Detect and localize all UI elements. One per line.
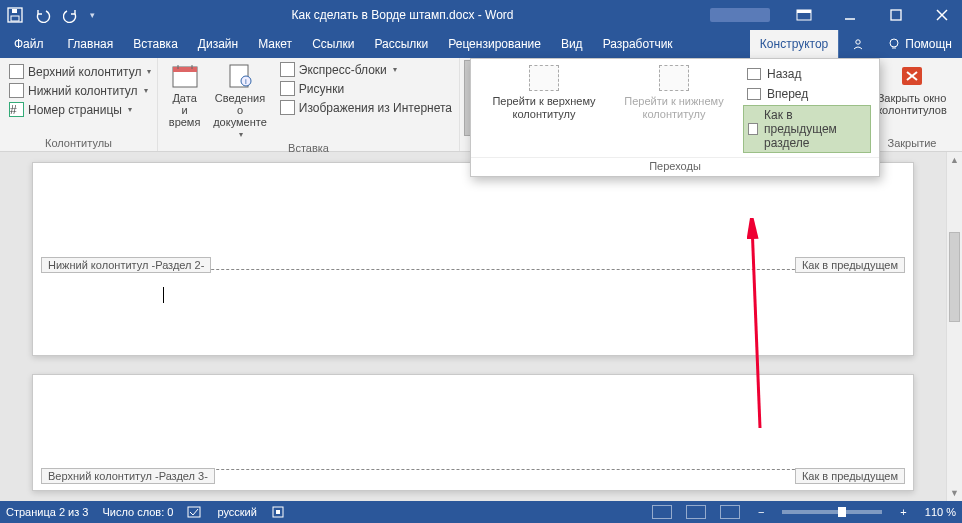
status-language[interactable]: русский (217, 506, 256, 518)
status-words[interactable]: Число слов: 0 (102, 506, 173, 518)
undo-icon[interactable] (34, 6, 52, 24)
chevron-down-icon: ▾ (239, 130, 243, 139)
tab-layout[interactable]: Макет (248, 30, 302, 58)
tab-review[interactable]: Рецензирование (438, 30, 551, 58)
zoom-level[interactable]: 110 % (925, 506, 956, 518)
docinfo-icon: i (224, 62, 256, 90)
transitions-dropdown: Перейти к верхнему колонтитулу Перейти к… (470, 58, 880, 177)
vertical-scrollbar[interactable]: ▲ ▼ (946, 152, 962, 501)
footer-button[interactable]: Нижний колонтитул▾ (6, 81, 154, 100)
chevron-down-icon: ▾ (393, 65, 397, 74)
header-tag: Верхний колонтитул -Раздел 3- (41, 468, 215, 484)
svg-point-9 (856, 40, 860, 44)
tab-insert[interactable]: Вставка (123, 30, 188, 58)
header-button[interactable]: Верхний колонтитул▾ (6, 62, 154, 81)
svg-rect-1 (11, 16, 19, 21)
link-to-previous-button[interactable]: Как в предыдущем разделе (743, 105, 871, 153)
svg-rect-13 (173, 67, 197, 72)
page-number-icon: # (9, 102, 24, 117)
tab-design[interactable]: Дизайн (188, 30, 248, 58)
go-to-header-button[interactable]: Перейти к верхнему колонтитулу (479, 65, 609, 153)
chevron-down-icon: ▾ (144, 86, 148, 95)
online-picture-icon (280, 100, 295, 115)
svg-rect-4 (797, 10, 811, 13)
footer-icon (9, 83, 24, 98)
picture-icon (280, 81, 295, 96)
document-scroll[interactable]: Нижний колонтитул -Раздел 2- Как в преды… (0, 152, 946, 501)
scroll-up-icon[interactable]: ▲ (947, 152, 962, 168)
svg-rect-2 (12, 9, 17, 13)
date-time-button[interactable]: Дата и время (162, 60, 207, 141)
close-icon[interactable] (928, 5, 956, 25)
share-button[interactable] (838, 30, 877, 58)
zoom-in-button[interactable]: + (896, 506, 910, 518)
view-web-icon[interactable] (720, 505, 740, 519)
zoom-out-button[interactable]: − (754, 506, 768, 518)
calendar-icon (169, 62, 201, 90)
zoom-thumb[interactable] (838, 507, 846, 517)
tell-me-label: Помощн (905, 37, 952, 51)
zoom-slider[interactable] (782, 510, 882, 514)
view-read-icon[interactable] (652, 505, 672, 519)
window-title: Как сделать в Ворде штамп.docx - Word (95, 8, 710, 22)
same-as-prev-tag: Как в предыдущем (795, 468, 905, 484)
scroll-thumb[interactable] (949, 232, 960, 322)
svg-rect-32 (276, 510, 280, 514)
tab-developer[interactable]: Разработчик (593, 30, 683, 58)
tab-constructor[interactable]: Конструктор (750, 30, 838, 58)
quick-access-toolbar: ▾ (6, 6, 95, 24)
lightbulb-icon (887, 37, 901, 51)
group-header-footer: Верхний колонтитул▾ Нижний колонтитул▾ #… (0, 58, 158, 151)
tab-references[interactable]: Ссылки (302, 30, 364, 58)
forward-icon (747, 88, 761, 100)
ribbon-options-icon[interactable] (790, 5, 818, 25)
go-to-footer-button: Перейти к нижнему колонтитулу (609, 65, 739, 153)
group-label: Колонтитулы (4, 136, 153, 151)
nav-back-button[interactable]: Назад (743, 65, 871, 83)
ribbon: Верхний колонтитул▾ Нижний колонтитул▾ #… (0, 58, 962, 152)
scroll-down-icon[interactable]: ▼ (947, 485, 962, 501)
header-nav-icon (529, 65, 559, 91)
close-red-icon (896, 62, 928, 90)
tab-mailings[interactable]: Рассылки (364, 30, 438, 58)
same-as-prev-tag: Как в предыдущем (795, 257, 905, 273)
save-icon[interactable] (6, 6, 24, 24)
tab-home[interactable]: Главная (58, 30, 124, 58)
chevron-down-icon: ▾ (128, 105, 132, 114)
user-account[interactable] (710, 8, 770, 22)
footer-tag: Нижний колонтитул -Раздел 2- (41, 257, 211, 273)
spellcheck-icon[interactable] (187, 505, 203, 519)
online-pictures-button[interactable]: Изображения из Интернета (277, 98, 455, 117)
document-workspace: Нижний колонтитул -Раздел 2- Как в преды… (0, 152, 962, 501)
document-info-button[interactable]: i Сведения о документе▾ (207, 60, 273, 141)
dropdown-group-label: Переходы (471, 157, 879, 176)
svg-rect-30 (188, 507, 200, 517)
tell-me[interactable]: Помощн (877, 30, 962, 58)
status-page[interactable]: Страница 2 из 3 (6, 506, 88, 518)
titlebar: ▾ Как сделать в Ворде штамп.docx - Word (0, 0, 962, 30)
svg-text:i: i (245, 77, 247, 86)
nav-forward-button[interactable]: Вперед (743, 85, 871, 103)
text-cursor (163, 287, 164, 303)
tab-view[interactable]: Вид (551, 30, 593, 58)
tab-file[interactable]: Файл (0, 30, 58, 58)
view-print-icon[interactable] (686, 505, 706, 519)
window-controls (790, 5, 956, 25)
statusbar: Страница 2 из 3 Число слов: 0 русский − … (0, 501, 962, 523)
footer-nav-icon (659, 65, 689, 91)
maximize-icon[interactable] (882, 5, 910, 25)
redo-icon[interactable] (62, 6, 80, 24)
macro-icon[interactable] (271, 505, 285, 519)
quick-parts-icon (280, 62, 295, 77)
back-icon (747, 68, 761, 80)
pictures-button[interactable]: Рисунки (277, 79, 455, 98)
page-number-button[interactable]: #Номер страницы▾ (6, 100, 154, 119)
header-icon (9, 64, 24, 79)
page-section-2[interactable]: Нижний колонтитул -Раздел 2- Как в преды… (32, 162, 914, 356)
link-prev-icon (748, 123, 758, 135)
page-section-3[interactable]: Верхний колонтитул -Раздел 3- Как в пред… (32, 374, 914, 491)
quick-parts-button[interactable]: Экспресс-блоки▾ (277, 60, 455, 79)
svg-point-10 (890, 39, 898, 47)
minimize-icon[interactable] (836, 5, 864, 25)
svg-rect-6 (891, 10, 901, 20)
